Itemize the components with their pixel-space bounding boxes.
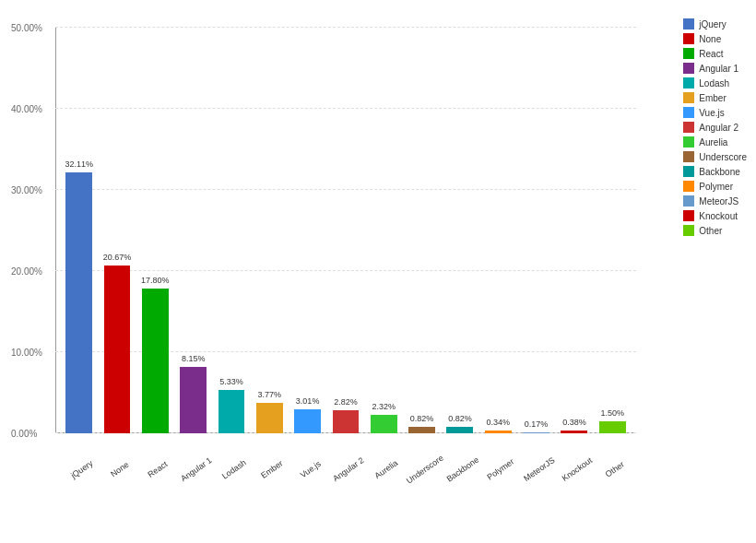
bar-group: 0.34%Polymer bbox=[479, 28, 517, 433]
bar: 0.34%Polymer bbox=[485, 431, 512, 433]
grid-label: 30.00% bbox=[11, 185, 42, 195]
legend-color-box bbox=[683, 225, 694, 236]
x-axis-label: Knockout bbox=[561, 455, 594, 483]
grid-label: 50.00% bbox=[11, 23, 42, 33]
bar-value-label: 5.33% bbox=[219, 377, 243, 386]
legend-color-box bbox=[683, 107, 694, 118]
legend-label: Knockout bbox=[699, 211, 738, 221]
grid-label: 40.00% bbox=[11, 104, 42, 114]
legend-item: Vue.js bbox=[683, 107, 747, 118]
legend-color-box bbox=[683, 136, 694, 148]
x-axis-label: Lodash bbox=[220, 458, 248, 481]
x-axis-label: Vue.js bbox=[299, 459, 323, 479]
grid-label: 20.00% bbox=[11, 266, 42, 277]
bar-value-label: 1.50% bbox=[600, 408, 624, 418]
bar-value-label: 2.82% bbox=[334, 397, 358, 407]
legend-item: MeteorJS bbox=[683, 195, 747, 207]
grid-label: 10.00% bbox=[11, 348, 42, 358]
bar: 0.82%Underscore bbox=[408, 427, 435, 433]
legend-color-box bbox=[683, 195, 694, 207]
bar-value-label: 17.80% bbox=[141, 276, 170, 285]
legend-item: Lodash bbox=[683, 77, 747, 89]
bar: 3.77%Ember bbox=[256, 403, 283, 433]
bar-group: 0.38%Knockout bbox=[555, 28, 593, 433]
x-axis-label: Angular 1 bbox=[179, 455, 213, 483]
bar-group: 0.17%MeteorJS bbox=[517, 28, 555, 433]
bar-group: 20.67%None bbox=[98, 28, 136, 433]
legend-label: Ember bbox=[699, 93, 726, 103]
chart-container: 50.00%40.00%30.00%20.00%10.00%0.00% 32.1… bbox=[0, 0, 756, 543]
legend-item: Angular 2 bbox=[683, 122, 747, 133]
bar: 5.33%Lodash bbox=[219, 390, 245, 433]
legend-color-box bbox=[683, 166, 694, 177]
bar: 2.82%Angular 2 bbox=[333, 410, 360, 433]
bar: 20.67%None bbox=[104, 266, 131, 433]
legend-color-box bbox=[683, 122, 694, 133]
bar: 32.11%jQuery bbox=[65, 172, 92, 433]
bar: 8.15%Angular 1 bbox=[180, 367, 207, 433]
bar-value-label: 32.11% bbox=[65, 159, 93, 169]
legend-color-box bbox=[683, 48, 694, 59]
bars-wrapper: 32.11%jQuery20.67%None17.80%React8.15%An… bbox=[55, 28, 636, 433]
bar-value-label: 8.15% bbox=[182, 354, 206, 363]
legend-label: Polymer bbox=[699, 182, 733, 192]
legend-color-box bbox=[683, 63, 694, 74]
bar-group: 3.01%Vue.js bbox=[289, 28, 326, 433]
bar-value-label: 3.01% bbox=[296, 396, 320, 406]
x-axis-label: Backbone bbox=[445, 455, 481, 484]
bar-group: 3.77%Ember bbox=[251, 28, 289, 433]
bar-value-label: 0.82% bbox=[410, 414, 434, 423]
legend-label: Underscore bbox=[699, 152, 747, 162]
legend-label: Angular 2 bbox=[699, 123, 738, 133]
legend-label: Aurelia bbox=[699, 137, 727, 148]
legend-label: Other bbox=[699, 226, 722, 236]
bar-group: 1.50%Other bbox=[594, 28, 632, 433]
bar-value-label: 0.17% bbox=[525, 419, 549, 429]
bar: 17.80%React bbox=[142, 289, 169, 433]
legend-label: React bbox=[699, 49, 723, 59]
bar-value-label: 0.82% bbox=[448, 414, 472, 423]
bar-group: 5.33%Lodash bbox=[212, 28, 250, 433]
bar-group: 0.82%Backbone bbox=[441, 28, 478, 433]
x-axis-label: None bbox=[109, 460, 130, 479]
legend-item: Aurelia bbox=[683, 136, 747, 148]
legend-color-box bbox=[683, 92, 694, 103]
bar: 0.17%MeteorJS bbox=[523, 432, 549, 433]
legend-label: Angular 1 bbox=[699, 64, 738, 74]
bar-value-label: 3.77% bbox=[258, 390, 282, 399]
legend-label: Lodash bbox=[699, 78, 729, 89]
legend-label: Vue.js bbox=[699, 108, 724, 118]
legend-item: None bbox=[683, 33, 747, 44]
bar-value-label: 20.67% bbox=[103, 253, 132, 262]
bar-group: 0.82%Underscore bbox=[403, 28, 441, 433]
legend-color-box bbox=[683, 33, 694, 44]
bar-group: 8.15%Angular 1 bbox=[174, 28, 212, 433]
legend-item: Underscore bbox=[683, 151, 747, 162]
x-axis-label: Other bbox=[604, 460, 626, 479]
x-axis-label: React bbox=[147, 459, 170, 479]
x-axis-label: Polymer bbox=[486, 457, 516, 482]
bar-group: 32.11%jQuery bbox=[60, 28, 98, 433]
legend-color-box bbox=[683, 18, 694, 30]
grid-label: 0.00% bbox=[11, 429, 37, 439]
x-axis-label: Aurelia bbox=[373, 458, 400, 480]
x-axis-label: Angular 2 bbox=[331, 455, 365, 483]
bar-value-label: 0.38% bbox=[562, 418, 586, 427]
bar-value-label: 2.32% bbox=[372, 402, 396, 411]
legend-label: None bbox=[699, 34, 721, 44]
bar: 1.50%Other bbox=[599, 421, 626, 433]
x-axis-label: Underscore bbox=[405, 454, 445, 486]
bar: 3.01%Vue.js bbox=[294, 409, 321, 433]
legend-item: Polymer bbox=[683, 181, 747, 192]
bar: 2.32%Aurelia bbox=[371, 415, 397, 433]
legend-label: Backbone bbox=[699, 167, 739, 177]
legend-item: Other bbox=[683, 225, 747, 236]
grid-and-bars: 50.00%40.00%30.00%20.00%10.00%0.00% 32.1… bbox=[55, 28, 636, 433]
x-axis-label: MeteorJS bbox=[522, 455, 556, 483]
legend-item: jQuery bbox=[683, 18, 747, 30]
bar-group: 17.80%React bbox=[136, 28, 174, 433]
x-axis-label: jQuery bbox=[69, 458, 94, 479]
bar: 0.38%Knockout bbox=[561, 431, 587, 433]
legend-item: Knockout bbox=[683, 210, 747, 221]
legend-item: Backbone bbox=[683, 166, 747, 177]
